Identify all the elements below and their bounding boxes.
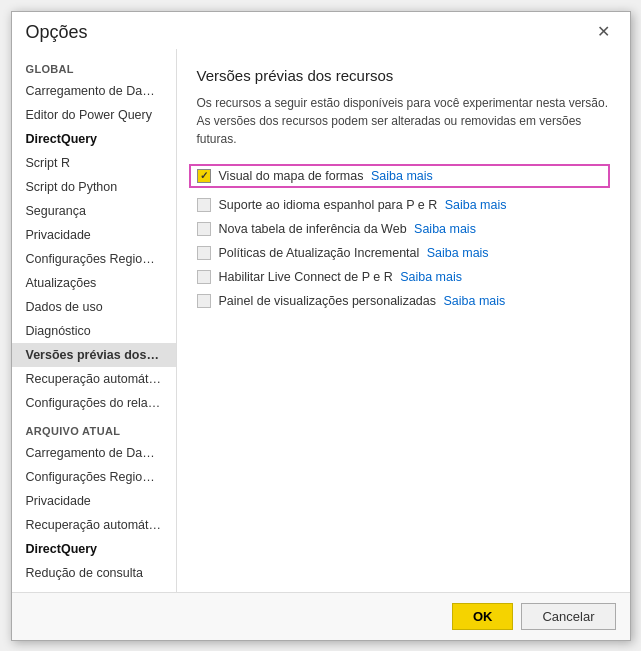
- sidebar-arquivo-items: Carregamento de DadosConfigurações Regio…: [12, 441, 176, 592]
- feature-list: Visual do mapa de formas Saiba maisSupor…: [197, 164, 610, 308]
- feature-checkbox[interactable]: [197, 198, 211, 212]
- dialog-footer: OK Cancelar: [12, 592, 630, 640]
- sidebar-item[interactable]: Recuperação automática: [12, 367, 176, 391]
- feature-label: Visual do mapa de formas Saiba mais: [219, 169, 433, 183]
- feature-checkbox[interactable]: [197, 270, 211, 284]
- dialog-titlebar: Opções ✕: [12, 12, 630, 49]
- sidebar-arquivo-header: ARQUIVO ATUAL: [12, 415, 176, 441]
- cancel-button[interactable]: Cancelar: [521, 603, 615, 630]
- feature-item: Visual do mapa de formas Saiba mais: [189, 164, 610, 188]
- sidebar-item[interactable]: Configurações Regionais: [12, 247, 176, 271]
- sidebar-item[interactable]: Redução de consulta: [12, 561, 176, 585]
- feature-label: Nova tabela de inferência da Web Saiba m…: [219, 222, 476, 236]
- options-dialog: Opções ✕ GLOBAL Carregamento de DadosEdi…: [11, 11, 631, 641]
- feature-checkbox[interactable]: [197, 169, 211, 183]
- feature-item: Nova tabela de inferência da Web Saiba m…: [197, 222, 610, 236]
- feature-learn-more-link[interactable]: Saiba mais: [443, 294, 505, 308]
- sidebar-item[interactable]: DirectQuery: [12, 537, 176, 561]
- sidebar-item[interactable]: Atualizações: [12, 271, 176, 295]
- close-button[interactable]: ✕: [591, 22, 616, 42]
- feature-item: Políticas de Atualização Incremental Sai…: [197, 246, 610, 260]
- sidebar-item[interactable]: Script do Python: [12, 175, 176, 199]
- feature-label: Políticas de Atualização Incremental Sai…: [219, 246, 489, 260]
- feature-label: Painel de visualizações personalizadas S…: [219, 294, 506, 308]
- dialog-body: GLOBAL Carregamento de DadosEditor do Po…: [12, 49, 630, 592]
- feature-label: Habilitar Live Connect de P e R Saiba ma…: [219, 270, 463, 284]
- main-content: Versões prévias dos recursos Os recursos…: [177, 49, 630, 592]
- feature-learn-more-link[interactable]: Saiba mais: [371, 169, 433, 183]
- sidebar: GLOBAL Carregamento de DadosEditor do Po…: [12, 49, 177, 592]
- feature-checkbox[interactable]: [197, 222, 211, 236]
- ok-button[interactable]: OK: [452, 603, 514, 630]
- sidebar-global-header: GLOBAL: [12, 53, 176, 79]
- sidebar-item[interactable]: Editor do Power Query: [12, 103, 176, 127]
- sidebar-item[interactable]: Recuperação automática: [12, 513, 176, 537]
- feature-checkbox[interactable]: [197, 246, 211, 260]
- feature-label: Suporte ao idioma espanhol para P e R Sa…: [219, 198, 507, 212]
- sidebar-item[interactable]: Configurações Regionais: [12, 465, 176, 489]
- sidebar-item[interactable]: Versões prévias dos recursos: [12, 343, 176, 367]
- feature-checkbox[interactable]: [197, 294, 211, 308]
- dialog-title: Opções: [26, 22, 88, 43]
- sidebar-item[interactable]: Configurações do relatório: [12, 585, 176, 592]
- main-title: Versões prévias dos recursos: [197, 67, 610, 84]
- sidebar-item[interactable]: Script R: [12, 151, 176, 175]
- feature-learn-more-link[interactable]: Saiba mais: [400, 270, 462, 284]
- sidebar-item[interactable]: Diagnóstico: [12, 319, 176, 343]
- sidebar-item[interactable]: Dados de uso: [12, 295, 176, 319]
- sidebar-item[interactable]: Carregamento de Dados: [12, 441, 176, 465]
- sidebar-item[interactable]: Segurança: [12, 199, 176, 223]
- feature-learn-more-link[interactable]: Saiba mais: [427, 246, 489, 260]
- feature-learn-more-link[interactable]: Saiba mais: [414, 222, 476, 236]
- sidebar-global-items: Carregamento de DadosEditor do Power Que…: [12, 79, 176, 415]
- feature-learn-more-link[interactable]: Saiba mais: [445, 198, 507, 212]
- sidebar-item[interactable]: Configurações do relatório: [12, 391, 176, 415]
- sidebar-item[interactable]: Privacidade: [12, 223, 176, 247]
- sidebar-item[interactable]: DirectQuery: [12, 127, 176, 151]
- feature-item: Suporte ao idioma espanhol para P e R Sa…: [197, 198, 610, 212]
- sidebar-item[interactable]: Carregamento de Dados: [12, 79, 176, 103]
- feature-item: Habilitar Live Connect de P e R Saiba ma…: [197, 270, 610, 284]
- feature-item: Painel de visualizações personalizadas S…: [197, 294, 610, 308]
- sidebar-item[interactable]: Privacidade: [12, 489, 176, 513]
- main-description: Os recursos a seguir estão disponíveis p…: [197, 94, 610, 148]
